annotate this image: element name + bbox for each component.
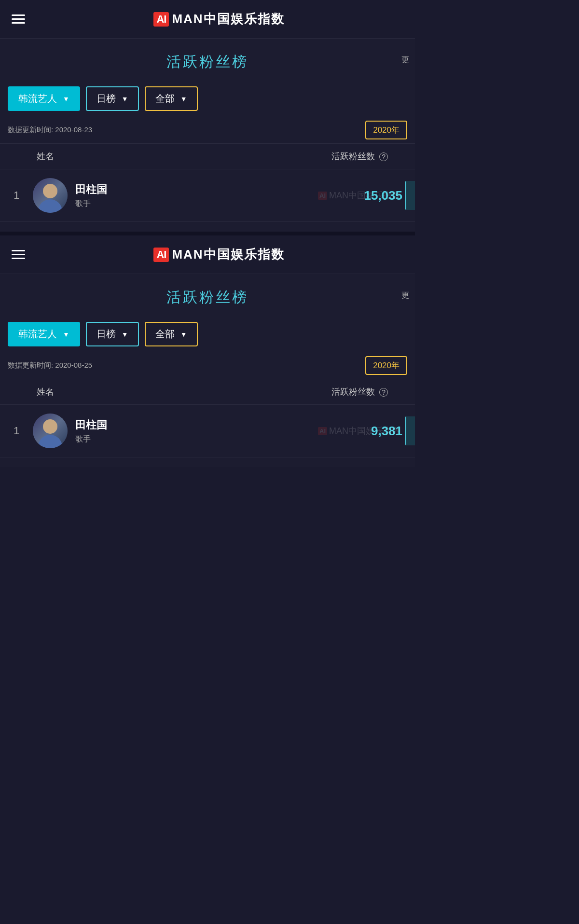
artist-info-1: 田柱国 歌手 [75,182,364,209]
menu-button-2[interactable] [12,250,25,259]
logo-text-2: MAN中国娱乐指数 [172,246,284,263]
info-icon-1[interactable]: ? [379,152,388,161]
right-edge-2 [405,416,415,445]
filter-all-1[interactable]: 全部 ▼ [145,86,198,111]
avatar-1 [33,178,68,213]
info-icon-2[interactable]: ? [379,388,388,397]
date-badge-1[interactable]: 2020年 [365,121,407,139]
dropdown-arrow-2: ▼ [122,95,128,103]
title-bar-1: 活跃粉丝榜 更 [0,39,415,81]
date-badge-2[interactable]: 2020年 [365,356,407,375]
header-1: AI MAN中国娱乐指数 [0,0,415,39]
rank-1: 1 [8,189,25,202]
artist-row-2[interactable]: 1 田柱国 歌手 9,381 AI MAN中国娱乐指数 [0,405,415,457]
dropdown-arrow-5: ▼ [122,331,128,338]
more-button-2[interactable]: 更 [396,286,415,304]
logo-ai-2: AI [153,248,169,262]
artist-info-2: 田柱国 歌手 [75,418,371,444]
artist-row-1[interactable]: 1 田柱国 歌手 15,035 AI MAN中国娱乐指数 [0,169,415,222]
menu-button-1[interactable] [12,14,25,24]
logo-text-1: MAN中国娱乐指数 [172,11,284,28]
section-2: 活跃粉丝榜 更 韩流艺人 ▼ 日榜 ▼ 全部 ▼ 数据更新时间: 2020-08… [0,274,415,467]
more-button-1[interactable]: 更 [396,51,415,69]
logo-ai-1: AI [153,12,169,27]
col-fans-1: 活跃粉丝数 ? [331,151,388,162]
update-row-1: 数据更新时间: 2020-08-23 2020年 [0,117,415,143]
filter-daily-1[interactable]: 日榜 ▼ [86,86,139,111]
col-name-1: 姓名 [37,151,331,162]
filter-row-1: 韩流艺人 ▼ 日榜 ▼ 全部 ▼ [0,81,415,117]
title-bar-2: 活跃粉丝榜 更 [0,274,415,316]
section-divider [0,232,415,235]
artist-type-2: 歌手 [75,434,371,444]
header-2: AI MAN中国娱乐指数 [0,235,415,274]
artist-fans-2: 9,381 [371,424,402,439]
update-row-2: 数据更新时间: 2020-08-25 2020年 [0,352,415,379]
col-name-2: 姓名 [37,386,331,398]
table-header-2: 姓名 活跃粉丝数 ? [0,379,415,405]
dropdown-arrow-1: ▼ [63,95,69,103]
dropdown-arrow-6: ▼ [180,331,187,338]
update-time-1: 数据更新时间: 2020-08-23 [8,125,92,135]
avatar-2 [33,414,68,448]
page-title-2: 活跃粉丝榜 [166,289,248,305]
col-fans-2: 活跃粉丝数 ? [331,386,388,398]
artist-fans-1: 15,035 [364,188,402,203]
logo-2: AI MAN中国娱乐指数 [153,246,284,263]
filter-korean-1[interactable]: 韩流艺人 ▼ [8,86,80,111]
table-header-1: 姓名 活跃粉丝数 ? [0,143,415,169]
section-1: 活跃粉丝榜 更 韩流艺人 ▼ 日榜 ▼ 全部 ▼ 数据更新时间: 2020-08… [0,39,415,232]
dropdown-arrow-3: ▼ [180,95,187,103]
artist-name-2: 田柱国 [75,418,371,432]
update-time-2: 数据更新时间: 2020-08-25 [8,361,92,370]
right-edge-1 [405,181,415,210]
page-title-1: 活跃粉丝榜 [166,54,248,69]
filter-daily-2[interactable]: 日榜 ▼ [86,322,139,346]
filter-all-2[interactable]: 全部 ▼ [145,322,198,346]
artist-name-1: 田柱国 [75,182,364,197]
filter-row-2: 韩流艺人 ▼ 日榜 ▼ 全部 ▼ [0,316,415,352]
filter-korean-2[interactable]: 韩流艺人 ▼ [8,322,80,346]
dropdown-arrow-4: ▼ [63,331,69,338]
artist-type-1: 歌手 [75,199,364,209]
rank-2: 1 [8,425,25,437]
logo-1: AI MAN中国娱乐指数 [153,11,284,28]
